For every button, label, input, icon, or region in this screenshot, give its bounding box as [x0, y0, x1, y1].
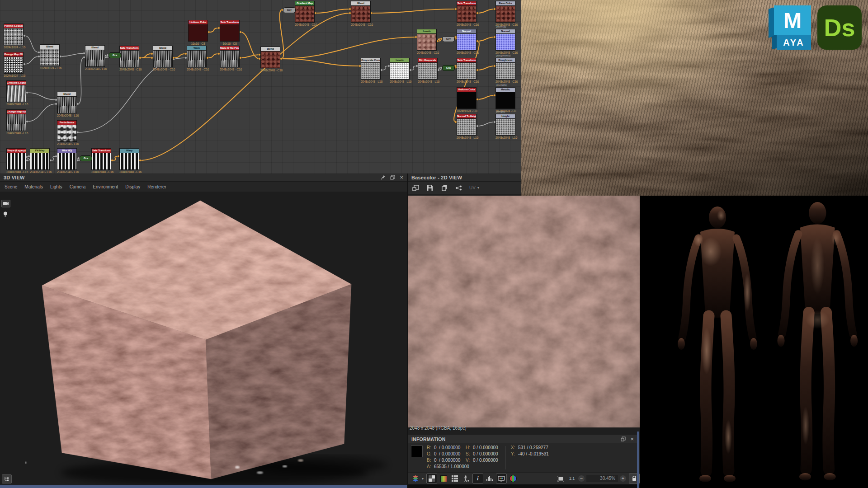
graph-node-n2h[interactable]: Normal To Height HQ2048x2048 - L16 [457, 114, 476, 140]
close-icon[interactable]: × [630, 436, 634, 441]
graph-node-out_m[interactable]: [metallic]Metallic1024x1024 - C8 [495, 87, 515, 113]
transparency-toggle[interactable] [426, 474, 437, 483]
view3d-panel: 3D VIEW × Scene Materials Lights Camera … [0, 174, 407, 488]
node-thumbnail [57, 153, 77, 170]
new-view-icon[interactable] [411, 184, 420, 192]
graph-node-perlin[interactable]: Perlin Noise2048x2048 - L16 [57, 120, 77, 146]
output-tag: [height] [496, 110, 505, 113]
fit-view-icon[interactable] [556, 474, 566, 483]
float-window-icon[interactable] [621, 436, 626, 441]
graph-pill-gry2[interactable]: Gry [442, 36, 455, 42]
actual-size-button[interactable]: 1:1 [567, 474, 577, 483]
graph-node-blend1[interactable]: Blend1024x1024 - L16 [40, 44, 60, 70]
menu-camera[interactable]: Camera [70, 184, 86, 189]
graph-node-gconv[interactable]: Grayscale Conversi...2048x2048 - L16 [361, 58, 381, 84]
graph-node-mitp[interactable]: Make It Tile Patch2048x2048 - C16 [220, 46, 240, 71]
graph-node-normal1[interactable]: Normal2048x2048 - C16 [457, 29, 476, 55]
copy-icon[interactable] [440, 184, 448, 192]
graph-node-shape[interactable]: Shape (Legacy)2048x2048 - L16 [6, 148, 26, 174]
graph-node-blend4[interactable]: Blend2048x2048 - C16 [153, 46, 173, 71]
graph-node-dirt[interactable]: Dirt Grayscale2048x2048 - L16 [418, 58, 438, 84]
graph-node-levels2[interactable]: Levels2048x2048 - L16 [390, 58, 410, 84]
viewport-3d[interactable] [0, 192, 407, 488]
menu-materials[interactable]: Materials [24, 184, 43, 189]
node-size-caption: 2048x2048 - L16 [361, 80, 381, 84]
graph-node-warp1[interactable]: Warp2048x2048 - C16 [187, 46, 207, 71]
graph-node-blend3[interactable]: Blend2048x2048 - L16 [57, 92, 77, 117]
graph-node-blur[interactable]: Blur HQ2048x2048 - L16 [57, 148, 77, 174]
graph-node-st2[interactable]: Safe Transform16x16 - C8 [220, 20, 240, 46]
graph-node-hub[interactable]: Blend2048x2048 - C16 [260, 47, 280, 72]
color-channels-icon[interactable] [508, 474, 518, 483]
texture-size-info: 2048 x 2048 (RGBA, 16bpc) [410, 426, 467, 431]
node-label: Grayscale Conversi... [361, 58, 381, 62]
camera-view-icon[interactable] [1, 200, 10, 207]
display-channels-icon[interactable] [496, 474, 507, 483]
link-nodes-icon[interactable] [455, 184, 463, 192]
zoom-in-button[interactable]: + [620, 475, 626, 482]
graph-node-grunge3[interactable]: Grunge Map 0031024x1024 - L16 [4, 52, 24, 78]
node-label: Shape (Legacy) [6, 148, 26, 153]
graph-node-blend5[interactable]: Blend2048x2048 - C16 [351, 1, 371, 27]
view3d-menubar: Scene Materials Lights Camera Environmen… [0, 182, 407, 192]
maya-logo: M AYA [769, 5, 811, 50]
graph-node-out_n[interactable]: [normal]Normal2048x2048 - C16 [495, 29, 515, 55]
graph-node-fxmap[interactable]: FX-Map2048x2048 - L16 [30, 148, 50, 174]
chevron-down-icon[interactable]: ▾ [422, 477, 424, 481]
close-icon[interactable]: × [400, 175, 403, 180]
graph-pill-gra2[interactable]: Gra [442, 65, 455, 71]
output-tag: [metallic] [496, 84, 507, 86]
graph-node-st5[interactable]: Safe Transform2048x2048 - C16 [91, 148, 111, 174]
zoom-level-field[interactable]: 30.45% [586, 475, 618, 482]
mannequin-scale-icon[interactable] [461, 474, 471, 483]
menu-scene[interactable]: Scene [5, 184, 17, 189]
graph-pill-gra3[interactable]: Gra [80, 155, 92, 161]
layers-icon[interactable] [410, 474, 420, 483]
node-graph-canvas[interactable]: Plasma (Legacy)1024x1024 - L16Grunge Map… [0, 0, 521, 174]
graph-node-st1[interactable]: Safe Transform2048x2048 - C16 [119, 46, 139, 71]
fur-render-image: M AYA Ds [521, 0, 868, 196]
pin-icon[interactable] [381, 175, 386, 180]
graph-node-out_r[interactable]: [roughness]Roughness2048x2048 - C16 [495, 58, 515, 84]
graph-node-gmap[interactable]: Gradient Map2048x2048 - C16 [295, 1, 315, 27]
ds-glyph: Ds [824, 14, 855, 42]
maya-aya-label: AYA [777, 35, 811, 50]
node-thumbnail [91, 153, 111, 170]
view3d-header: 3D VIEW × [0, 174, 407, 182]
menu-environment[interactable]: Environment [93, 184, 118, 189]
outliner-tree-icon[interactable] [2, 474, 12, 483]
chevron-down-icon: ▾ [477, 186, 479, 190]
gradient-toggle[interactable] [439, 474, 448, 483]
graph-node-warp2[interactable]: Warp2048x2048 - C16 [119, 148, 139, 174]
histogram-icon[interactable] [485, 474, 495, 483]
info-overlay-toggle[interactable]: i [472, 474, 483, 483]
graph-node-out_h[interactable]: [height]Height2048x2048 - L16 [495, 114, 515, 140]
graph-node-grunge5[interactable]: Grunge Map 0052048x2048 - L16 [6, 109, 26, 135]
view2d-panel: Basecolor - 2D VIEW UV ▾ 2048 x 20 [408, 174, 640, 488]
graph-node-plasma[interactable]: Plasma (Legacy)1024x1024 - L16 [4, 23, 24, 49]
graph-node-creased[interactable]: Creased (Legacy)2048x2048 - L16 [6, 80, 26, 106]
graph-node-blend2[interactable]: Blend2048x2048 - L16 [85, 45, 105, 71]
node-thumbnail [295, 5, 315, 23]
graph-node-levels1[interactable]: Levels2048x2048 - C16 [417, 29, 437, 55]
zoom-out-button[interactable]: − [578, 475, 585, 482]
uv-mode-select[interactable]: UV ▾ [469, 185, 479, 190]
float-window-icon[interactable] [390, 175, 395, 180]
menu-lights[interactable]: Lights [50, 184, 62, 189]
graph-node-uc1[interactable]: Uniform Color16x16 - C8 [188, 20, 208, 46]
menu-renderer[interactable]: Renderer [147, 184, 166, 189]
tiling-grid-toggle[interactable] [450, 474, 460, 483]
menu-display[interactable]: Display [125, 184, 140, 189]
graph-pill-gra1[interactable]: Gra [108, 52, 121, 58]
graph-node-st3[interactable]: Safe Transform2048x2048 - C16 [457, 1, 476, 27]
graph-node-st4[interactable]: Safe Transform2048x2048 - C16 [457, 58, 476, 84]
graph-node-out_bc[interactable]: [basecolor]Base Color2048x2048 - C16 [495, 1, 515, 27]
save-icon[interactable] [426, 184, 434, 192]
node-thumbnail [6, 153, 26, 170]
node-thumbnail [457, 33, 476, 51]
graph-pill-gry1[interactable]: Gry [283, 7, 296, 13]
graph-node-uc2[interactable]: Uniform Color1024x1024 - C8 [457, 87, 476, 113]
light-bulb-icon[interactable] [1, 211, 9, 218]
basecolor-2d-texture[interactable] [408, 196, 640, 427]
window-bottom-strip [0, 485, 407, 488]
